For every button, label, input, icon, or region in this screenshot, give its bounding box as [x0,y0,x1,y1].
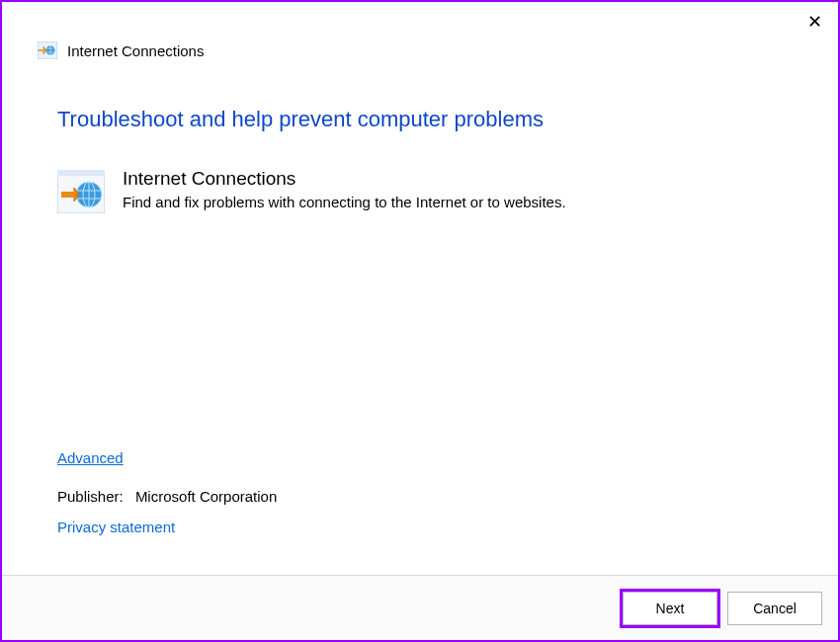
next-button[interactable]: Next [623,592,717,625]
close-button[interactable]: ✕ [800,8,828,36]
publisher-label: Publisher: [57,488,124,505]
header-title: Internet Connections [67,42,204,59]
svg-rect-3 [57,170,105,176]
content-area: Troubleshoot and help prevent computer p… [2,77,838,575]
advanced-link[interactable]: Advanced [57,449,783,466]
publisher-value: Microsoft Corporation [135,488,277,505]
section-description: Find and fix problems with connecting to… [123,194,566,210]
troubleshooter-section: Internet Connections Find and fix proble… [57,168,783,213]
svg-rect-7 [61,192,75,198]
publisher-row: Publisher: Microsoft Corporation [57,488,783,505]
internet-connections-large-icon [57,170,105,213]
page-heading: Troubleshoot and help prevent computer p… [57,107,783,132]
header-row: Internet Connections [2,41,838,77]
section-text: Internet Connections Find and fix proble… [123,168,566,210]
close-icon: ✕ [807,11,822,33]
footer: Next Cancel [2,575,838,640]
cancel-button[interactable]: Cancel [727,592,822,625]
titlebar: ✕ [2,2,838,41]
troubleshooter-window: ✕ Internet Connections Troubleshoot and … [0,0,840,642]
internet-connections-small-icon [38,41,57,59]
privacy-statement-link[interactable]: Privacy statement [57,519,783,535]
section-title: Internet Connections [123,168,566,190]
